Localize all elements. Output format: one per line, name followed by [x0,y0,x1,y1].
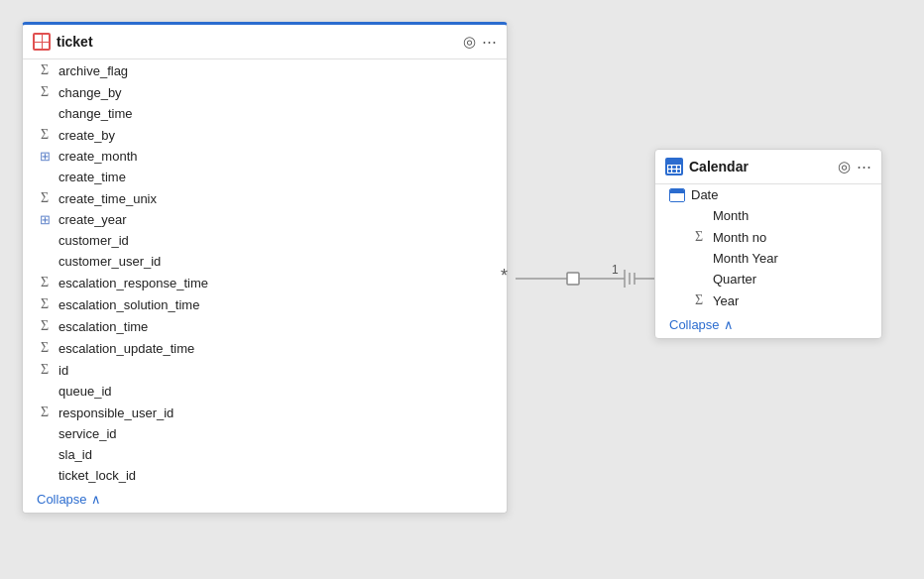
calendar-panel-actions: ◎ ⋯ [838,158,871,175]
sigma-icon: Σ [37,127,53,143]
field-queue_id[interactable]: queue_id [23,381,507,402]
field-name: Year [713,293,739,308]
field-name: create_by [58,128,115,143]
calendar-panel: Calendar ◎ ⋯ Date Month Σ Month no Mo [654,149,882,339]
calendar-icon [665,158,683,175]
field-name: customer_user_id [58,254,161,269]
field-name: Month no [713,230,766,245]
field-name: sla_id [58,447,92,462]
ticket-fields-list: Σ archive_flag Σ change_by change_time Σ… [23,59,507,513]
sigma-icon: Σ [691,229,707,245]
field-name: escalation_response_time [58,276,208,290]
field-date[interactable]: Date [655,184,881,205]
sigma-icon: Σ [37,190,53,206]
field-create_time[interactable]: create_time [23,167,507,187]
ticket-panel-actions: ◎ ⋯ [463,33,497,51]
field-escalation_update_time[interactable]: Σ escalation_update_time [23,337,507,359]
calendar-collapse-button[interactable]: Collapse ∧ [655,311,881,338]
collapse-label: Collapse [669,317,720,332]
field-archive_flag[interactable]: Σ archive_flag [23,59,507,81]
field-service_id[interactable]: service_id [23,423,507,444]
ticket-table-icon [33,33,51,51]
field-quarter[interactable]: Quarter [655,269,881,290]
field-change_by[interactable]: Σ change_by [23,81,507,103]
field-name: create_time [58,170,126,184]
field-name: escalation_update_time [58,341,194,356]
ticket-panel-header: ticket ◎ ⋯ [23,25,507,59]
calendar-panel-title: Calendar [689,159,832,174]
sigma-icon: Σ [37,84,53,100]
field-name: Quarter [713,272,756,287]
field-create_by[interactable]: Σ create_by [23,124,507,146]
field-create_month[interactable]: ⊞ create_month [23,146,507,167]
calendar-panel-header: Calendar ◎ ⋯ [655,150,881,184]
field-year[interactable]: Σ Year [655,290,881,311]
ticket-panel: ticket ◎ ⋯ Σ archive_flag Σ change_by ch… [22,22,508,514]
field-name: change_time [58,106,132,121]
field-name: create_time_unix [58,191,157,206]
field-id[interactable]: Σ id [23,359,507,381]
field-month[interactable]: Month [655,205,881,226]
field-customer_user_id[interactable]: customer_user_id [23,251,507,272]
field-responsible_user_id[interactable]: Σ responsible_user_id [23,402,507,423]
sigma-icon: Σ [37,340,53,356]
sigma-icon: Σ [37,296,53,312]
field-name: Date [691,187,718,202]
sigma-icon: Σ [691,292,707,308]
connector-junction [567,273,579,285]
connector-one-label: 1 [612,263,619,277]
ticket-collapse-button[interactable]: Collapse ∧ [23,486,507,513]
field-name: id [58,363,68,378]
field-name: change_by [58,85,122,100]
sigma-icon: Σ [37,275,53,290]
table-icon: ⊞ [37,212,53,227]
field-name: create_year [58,212,127,227]
field-create_year[interactable]: ⊞ create_year [23,209,507,230]
field-escalation_response_time[interactable]: Σ escalation_response_time [23,272,507,293]
field-name: ticket_lock_id [58,468,136,483]
sigma-icon: Σ [37,318,53,334]
calendar-fields-list: Date Month Σ Month no Month Year Quarter… [655,184,881,338]
field-sla_id[interactable]: sla_id [23,444,507,465]
field-create_time_unix[interactable]: Σ create_time_unix [23,187,507,209]
chevron-up-icon: ∧ [724,317,734,332]
field-name: customer_id [58,233,129,248]
sigma-icon: Σ [37,405,53,420]
date-field-icon [669,188,685,202]
field-escalation_solution_time[interactable]: Σ escalation_solution_time [23,293,507,315]
sigma-icon: Σ [37,362,53,378]
field-customer_id[interactable]: customer_id [23,230,507,251]
more-icon[interactable]: ⋯ [857,158,871,175]
table-icon: ⊞ [37,149,53,164]
field-name: create_month [58,149,138,164]
field-escalation_time[interactable]: Σ escalation_time [23,315,507,337]
field-month-year[interactable]: Month Year [655,248,881,269]
field-month-no[interactable]: Σ Month no [655,226,881,248]
more-icon[interactable]: ⋯ [482,33,497,51]
field-name: archive_flag [58,63,128,78]
field-name: escalation_solution_time [58,297,199,312]
eye-icon[interactable]: ◎ [838,158,851,175]
collapse-label: Collapse [37,492,87,507]
sigma-icon: Σ [37,62,53,78]
field-name: Month Year [713,251,778,266]
ticket-panel-title: ticket [57,34,457,50]
field-name: escalation_time [58,319,148,334]
field-name: service_id [58,426,117,441]
field-name: queue_id [58,384,112,399]
chevron-up-icon: ∧ [91,492,101,507]
eye-icon[interactable]: ◎ [463,33,476,51]
field-name: responsible_user_id [58,405,173,420]
field-name: Month [713,208,749,223]
field-change_time[interactable]: change_time [23,103,507,124]
field-ticket_lock_id[interactable]: ticket_lock_id [23,465,507,486]
